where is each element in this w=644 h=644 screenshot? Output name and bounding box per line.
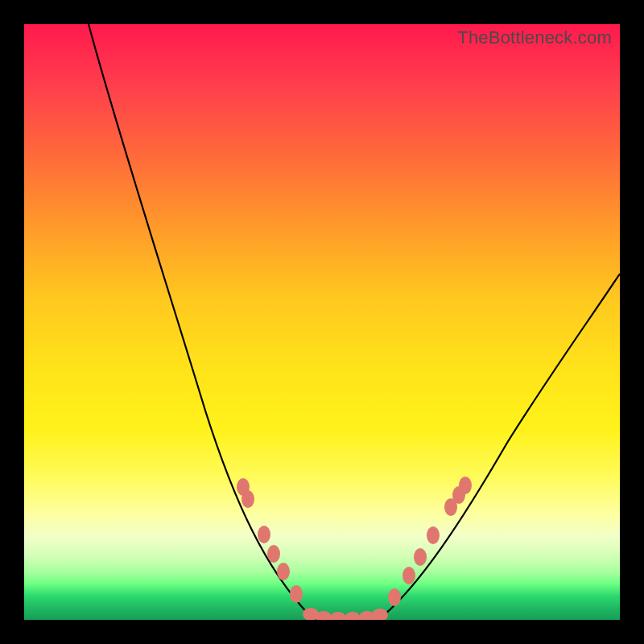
bead-icon	[290, 585, 303, 603]
plot-area: TheBottleneck.com	[24, 24, 620, 620]
bead-icon	[258, 526, 270, 543]
bead-icon	[242, 490, 254, 508]
bead-icon	[267, 545, 280, 563]
curve-layer	[24, 24, 620, 620]
bead-icon	[414, 548, 427, 566]
bead-icon	[277, 563, 290, 580]
left-curve	[89, 24, 314, 620]
bead-icon	[345, 612, 361, 620]
bead-icon	[402, 567, 415, 584]
bead-icon	[427, 526, 440, 544]
bead-icon	[330, 612, 346, 620]
bead-icon	[388, 588, 401, 606]
bead-icon	[372, 609, 388, 620]
bead-icon	[459, 477, 472, 494]
right-curve	[378, 274, 620, 620]
outer-frame: TheBottleneck.com	[0, 0, 644, 644]
